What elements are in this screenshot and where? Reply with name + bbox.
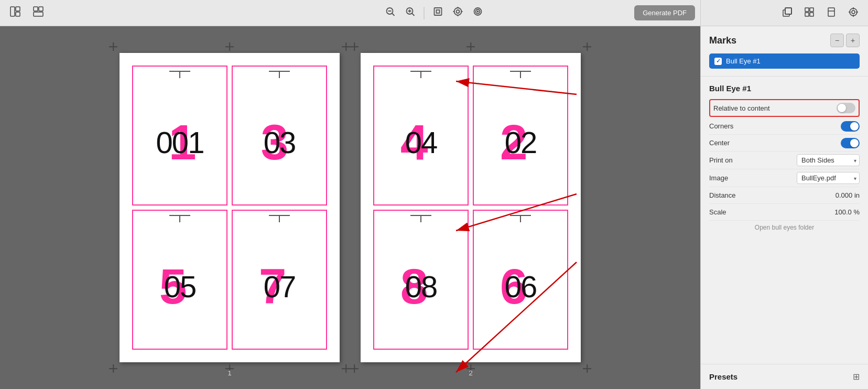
zoom-full-btn[interactable] <box>470 4 486 21</box>
canvas-area[interactable]: 001 1 03 3 <box>0 26 700 389</box>
card-content-1-1: 001 1 <box>133 80 226 204</box>
print-on-dropdown[interactable]: Both Sides Front Only Back Only <box>797 154 860 166</box>
presets-header: Presets ⊞ <box>709 372 860 382</box>
marks-header-btns: − + <box>830 34 860 47</box>
zoom-out-btn[interactable] <box>382 4 399 21</box>
svg-rect-31 <box>828 8 834 16</box>
center-toggle-knob <box>850 139 859 147</box>
marks-plus-btn[interactable]: + <box>846 34 860 47</box>
bull-eye-label: Bull Eye #1 <box>726 57 761 65</box>
layout-icon-2-btn[interactable] <box>29 4 47 22</box>
single-view-btn[interactable] <box>822 4 841 22</box>
toolbar-right: Generate PDF <box>634 5 695 20</box>
card-content-2-1: 04 4 <box>374 80 468 204</box>
corners-label: Corners <box>709 122 733 130</box>
svg-rect-5 <box>34 12 43 16</box>
corners-row: Corners <box>709 118 860 135</box>
scale-row: Scale 100.0 % <box>709 204 860 221</box>
svg-rect-28 <box>810 8 813 12</box>
svg-rect-29 <box>805 13 809 16</box>
relative-to-content-toggle[interactable] <box>837 103 855 113</box>
generate-pdf-button[interactable]: Generate PDF <box>634 5 695 20</box>
card-grid-1: 001 1 03 3 <box>120 53 340 362</box>
svg-line-7 <box>392 14 395 16</box>
presets-title: Presets <box>709 372 737 381</box>
svg-line-10 <box>412 14 415 16</box>
crosshair-br-2 <box>583 364 591 373</box>
page-1: 001 1 03 3 <box>120 53 340 362</box>
crosshair-bl-1 <box>109 364 117 373</box>
zoom-fit-btn[interactable] <box>450 4 466 21</box>
card-black-num-1-4: 07 <box>264 269 296 304</box>
card-tmark-1-4 <box>269 215 290 222</box>
svg-rect-13 <box>435 8 442 15</box>
scale-label: Scale <box>709 208 726 216</box>
card-tmark-1-1 <box>169 71 190 78</box>
marks-section: Marks − + ✓ Bull Eye #1 <box>701 26 868 77</box>
relative-to-content-label: Relative to content <box>713 104 770 112</box>
card-content-2-4: 06 6 <box>474 224 567 349</box>
svg-point-16 <box>457 10 460 13</box>
card-black-num-2-2: 02 <box>505 125 537 160</box>
toolbar-separator <box>424 7 425 19</box>
card-1-3: 05 5 <box>132 210 227 350</box>
svg-rect-4 <box>39 7 43 11</box>
toolbar-left <box>6 4 47 22</box>
corners-toggle[interactable] <box>841 121 860 132</box>
card-content-1-4: 07 7 <box>233 224 326 349</box>
svg-rect-3 <box>34 7 38 11</box>
svg-rect-25 <box>785 8 791 14</box>
crosshair-tr-1 <box>342 42 350 51</box>
page-label-1: 1 <box>227 369 231 377</box>
print-on-row: Print on Both Sides Front Only Back Only <box>709 152 860 169</box>
settings-section: Bull Eye #1 Relative to content Corners … <box>701 77 868 239</box>
top-right-icons <box>700 0 868 26</box>
card-tmark-2-1 <box>410 71 431 78</box>
card-1-4: 07 7 <box>232 210 327 350</box>
card-tmark-2-2 <box>510 71 531 78</box>
svg-rect-27 <box>805 8 809 12</box>
main-area: 001 1 03 3 <box>0 26 868 389</box>
svg-point-33 <box>850 8 857 16</box>
svg-rect-2 <box>16 12 20 16</box>
fit-page-btn[interactable] <box>430 4 447 21</box>
page-spread: 001 1 03 3 <box>109 42 591 373</box>
center-label: Center <box>709 139 730 147</box>
crosshair-tl-2 <box>350 42 359 51</box>
card-content-2-2: 02 2 <box>474 80 567 204</box>
layout-icon-1-btn[interactable] <box>6 4 24 22</box>
marks-header: Marks − + <box>709 34 860 47</box>
distance-row: Distance 0.000 in <box>709 187 860 204</box>
crosshair-tr-2 <box>583 42 591 51</box>
card-tmark-2-3 <box>410 215 431 222</box>
card-content-2-3: 08 8 <box>374 224 468 349</box>
bull-eye-checkbox[interactable]: ✓ <box>714 58 722 65</box>
grid-view-btn[interactable] <box>800 4 819 22</box>
toggle-knob <box>838 104 846 112</box>
crosshair-br-1 <box>342 364 350 373</box>
card-tmark-2-4 <box>510 215 531 222</box>
target-btn[interactable] <box>844 4 863 22</box>
svg-rect-30 <box>810 13 813 16</box>
distance-value: 0.000 in <box>836 191 860 199</box>
print-on-label: Print on <box>709 156 733 164</box>
card-2-2: 02 2 <box>473 66 568 206</box>
image-row: Image BullEye.pdf <box>709 169 860 187</box>
marks-minus-btn[interactable]: − <box>830 34 844 47</box>
card-content-1-2: 03 3 <box>233 80 326 204</box>
svg-point-23 <box>478 11 479 12</box>
center-toggle[interactable] <box>841 138 860 148</box>
relative-to-content-row: Relative to content <box>709 99 860 117</box>
page-2: 04 4 02 2 <box>361 53 581 362</box>
crosshair-tl-1 <box>109 42 117 51</box>
bull-eye-item[interactable]: ✓ Bull Eye #1 <box>709 53 860 69</box>
zoom-in-btn[interactable] <box>402 4 419 21</box>
right-panel: Marks − + ✓ Bull Eye #1 Bull Eye #1 Rela… <box>700 26 868 389</box>
card-tmark-1-3 <box>169 215 190 222</box>
card-2-1: 04 4 <box>373 66 469 206</box>
image-dropdown[interactable]: BullEye.pdf <box>797 172 860 184</box>
presets-grid-icon[interactable]: ⊞ <box>853 372 860 382</box>
open-bull-eyes-folder-link[interactable]: Open bull eyes folder <box>709 221 860 234</box>
svg-point-34 <box>852 10 855 14</box>
copy-layout-btn[interactable] <box>778 4 797 22</box>
